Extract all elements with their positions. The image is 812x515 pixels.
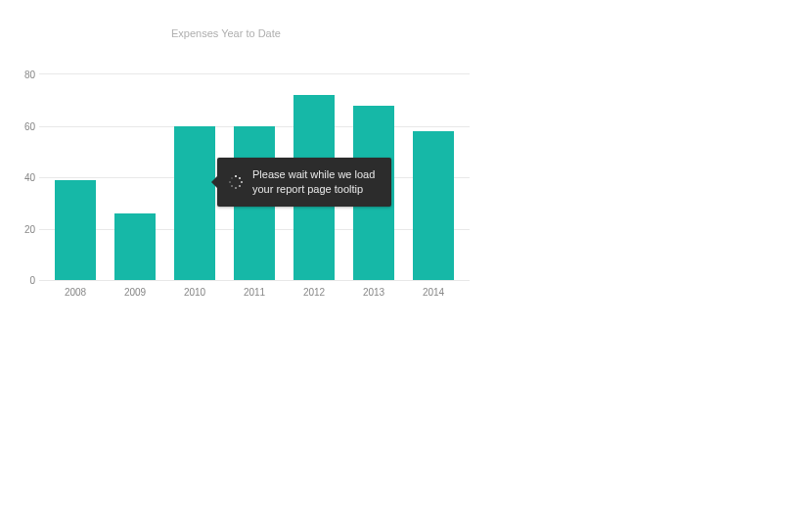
x-tick-label: 2010	[174, 287, 215, 298]
y-tick-label: 40	[20, 172, 35, 183]
spinner-icon	[229, 175, 243, 189]
x-tick-label: 2011	[234, 287, 275, 298]
bar-2008[interactable]	[55, 180, 96, 280]
x-tick-label: 2014	[413, 287, 454, 298]
chart-title: Expenses Year to Date	[171, 27, 281, 39]
x-tick-label: 2013	[353, 287, 394, 298]
y-tick-label: 60	[20, 120, 35, 131]
bar-2014[interactable]	[413, 131, 454, 280]
gridline	[39, 280, 470, 281]
tooltip-text: Please wait while we load your report pa…	[252, 168, 375, 195]
x-tick-label: 2008	[55, 287, 96, 298]
bar-2009[interactable]	[114, 213, 156, 280]
plot-area: 020406080 2008200920102011201220132014 P…	[39, 73, 470, 280]
bar-chart: Expenses Year to Date 020406080 20082009…	[0, 0, 489, 313]
bar-2010[interactable]	[174, 126, 215, 281]
y-tick-label: 0	[20, 275, 35, 286]
x-tick-label: 2009	[114, 287, 156, 298]
x-tick-label: 2012	[293, 287, 335, 298]
y-tick-label: 80	[20, 70, 35, 80]
y-tick-label: 20	[20, 223, 35, 234]
loading-tooltip: Please wait while we load your report pa…	[217, 158, 391, 207]
